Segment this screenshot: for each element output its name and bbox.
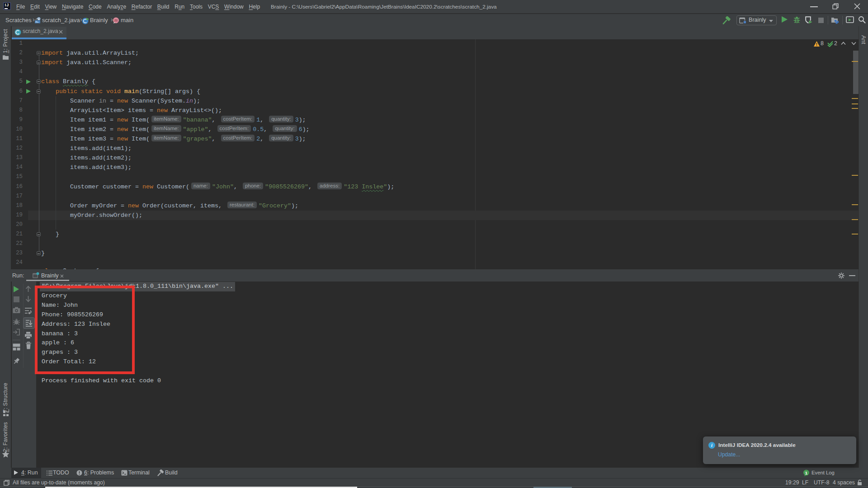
svg-text:1: 1 bbox=[805, 470, 808, 475]
svg-text:m: m bbox=[114, 18, 118, 23]
